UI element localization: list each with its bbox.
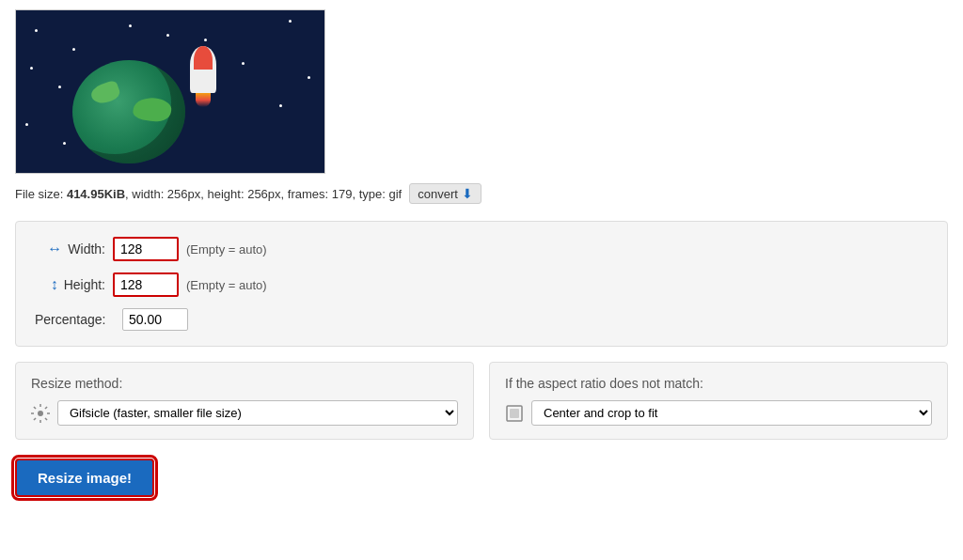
convert-label: convert: [418, 187, 458, 201]
rocket-graphic: [190, 46, 216, 93]
file-frames: 179: [332, 187, 353, 201]
svg-rect-2: [510, 409, 519, 418]
resize-method-row: Gifsicle (faster, smaller file size) Ima…: [31, 400, 458, 426]
resize-method-label: Resize method:: [31, 376, 458, 391]
file-height: 256px: [247, 187, 280, 201]
width-icon: ↔: [47, 241, 62, 257]
resize-method-panel: Resize method: Gifsicle (faster, smaller…: [15, 362, 474, 440]
file-size-label: File size: 414.95KiB, width: 256px, heig…: [15, 187, 402, 201]
aspect-ratio-row: Center and crop to fit Stretch to fit Ad…: [505, 400, 932, 426]
width-label: ↔ Width:: [35, 241, 105, 257]
height-icon: ↕: [51, 276, 58, 293]
svg-point-0: [38, 411, 43, 416]
file-info-bar: File size: 414.95KiB, width: 256px, heig…: [15, 183, 948, 204]
percentage-label: Percentage:: [35, 312, 115, 327]
crop-icon: [505, 404, 524, 423]
width-hint: (Empty = auto): [186, 242, 267, 257]
dimensions-panel: ↔ Width: (Empty = auto) ↕ Height: (Empty…: [15, 221, 948, 347]
percentage-input[interactable]: [122, 308, 188, 331]
file-size-value: 414.95KiB: [67, 187, 125, 201]
file-width: 256px: [167, 187, 200, 201]
aspect-ratio-panel: If the aspect ratio does not match: Cent…: [489, 362, 948, 440]
height-label: ↕ Height:: [35, 276, 105, 293]
height-hint: (Empty = auto): [186, 278, 267, 292]
aspect-ratio-label: If the aspect ratio does not match:: [505, 376, 932, 391]
image-preview: [15, 9, 325, 174]
download-icon: ⬇: [462, 186, 473, 201]
gear-icon: [31, 404, 50, 423]
bottom-panels: Resize method: Gifsicle (faster, smaller…: [15, 362, 948, 440]
earth-graphic: [72, 60, 185, 163]
resize-button[interactable]: Resize image!: [15, 459, 154, 497]
aspect-ratio-select[interactable]: Center and crop to fit Stretch to fit Ad…: [531, 400, 932, 426]
percentage-row: Percentage:: [35, 308, 928, 331]
height-input[interactable]: [113, 272, 179, 297]
convert-button[interactable]: convert ⬇: [409, 183, 482, 204]
width-row: ↔ Width: (Empty = auto): [35, 237, 928, 261]
width-input[interactable]: [113, 237, 179, 261]
resize-method-select[interactable]: Gifsicle (faster, smaller file size) Ima…: [57, 400, 458, 426]
page-wrapper: File size: 414.95KiB, width: 256px, heig…: [0, 0, 963, 516]
height-row: ↕ Height: (Empty = auto): [35, 272, 928, 297]
file-type: gif: [389, 187, 403, 201]
